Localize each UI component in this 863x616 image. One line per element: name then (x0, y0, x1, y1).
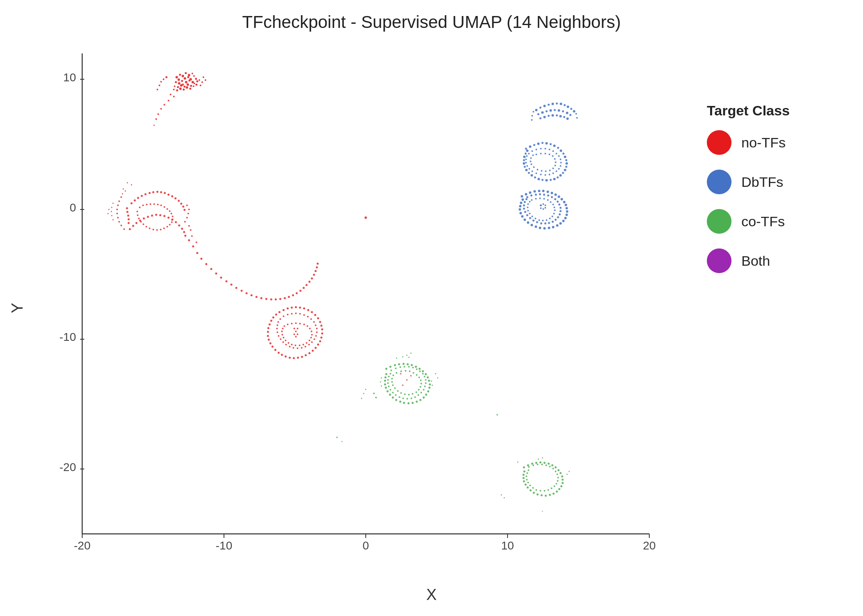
svg-point-167 (210, 268, 212, 270)
svg-point-408 (530, 161, 531, 162)
svg-point-402 (549, 170, 551, 171)
legend-label-both: Both (741, 253, 770, 269)
svg-point-238 (295, 313, 297, 314)
svg-point-270 (307, 325, 308, 327)
svg-point-655 (529, 485, 531, 486)
svg-point-215 (309, 352, 311, 354)
svg-point-519 (420, 399, 422, 401)
svg-point-657 (526, 479, 528, 480)
svg-point-664 (569, 471, 570, 472)
svg-point-209 (321, 333, 323, 335)
svg-point-542 (422, 373, 424, 375)
svg-point-286 (282, 328, 284, 329)
svg-point-143 (116, 213, 118, 214)
svg-point-105 (183, 231, 185, 233)
svg-point-211 (319, 340, 321, 342)
svg-point-377 (560, 162, 562, 163)
svg-point-482 (553, 213, 555, 214)
svg-point-278 (299, 345, 300, 346)
svg-point-80 (157, 191, 159, 193)
svg-point-587 (381, 386, 382, 387)
blue-upper-scatter (519, 103, 578, 230)
svg-point-369 (535, 149, 537, 150)
svg-point-47 (173, 89, 175, 90)
svg-point-235 (283, 315, 284, 317)
svg-point-272 (311, 331, 312, 332)
svg-point-316 (554, 109, 556, 111)
svg-point-389 (525, 162, 527, 163)
svg-point-289 (297, 328, 298, 329)
svg-point-363 (523, 162, 525, 165)
svg-point-559 (387, 382, 389, 384)
legend-circle-no-tfs (707, 130, 731, 155)
svg-point-595 (402, 384, 404, 386)
svg-point-652 (540, 490, 541, 492)
svg-point-129 (160, 229, 162, 230)
svg-point-195 (279, 311, 281, 313)
svg-point-213 (315, 347, 317, 349)
svg-point-198 (291, 307, 293, 309)
svg-point-536 (399, 366, 401, 368)
svg-point-144 (117, 217, 119, 218)
svg-point-200 (299, 307, 301, 309)
svg-point-77 (145, 193, 147, 195)
svg-text:-10: -10 (60, 331, 76, 343)
svg-point-570 (420, 379, 422, 381)
svg-point-396 (549, 154, 550, 155)
svg-point-485 (546, 219, 547, 221)
svg-point-239 (299, 313, 301, 315)
svg-point-346 (565, 159, 568, 161)
svg-point-303 (543, 105, 546, 107)
svg-point-247 (315, 335, 317, 337)
green-mid-cluster (361, 353, 438, 405)
svg-point-31 (193, 75, 195, 77)
svg-point-444 (521, 198, 524, 201)
svg-point-322 (543, 116, 546, 118)
svg-point-276 (306, 342, 307, 344)
svg-point-357 (538, 178, 540, 180)
svg-point-581 (392, 384, 394, 386)
svg-point-561 (388, 376, 390, 377)
svg-point-292 (297, 333, 298, 335)
svg-point-528 (387, 391, 389, 393)
svg-point-469 (523, 208, 525, 210)
svg-point-464 (536, 221, 538, 223)
svg-point-429 (559, 222, 562, 225)
svg-point-254 (293, 347, 294, 349)
svg-point-76 (141, 195, 143, 197)
svg-point-116 (153, 203, 155, 205)
svg-point-452 (554, 198, 556, 200)
svg-point-473 (531, 199, 533, 201)
svg-point-190 (311, 278, 313, 280)
green-isolated-1 (336, 437, 338, 438)
svg-point-368 (531, 150, 533, 152)
svg-point-181 (279, 298, 282, 300)
svg-point-605 (365, 389, 367, 390)
svg-point-182 (284, 297, 286, 299)
svg-point-629 (530, 490, 532, 492)
svg-point-354 (550, 179, 552, 181)
svg-point-319 (566, 112, 568, 114)
svg-point-337 (537, 143, 540, 145)
svg-point-472 (526, 198, 528, 200)
svg-point-339 (545, 142, 548, 145)
svg-point-149 (111, 207, 113, 208)
svg-point-639 (541, 464, 543, 465)
svg-point-451 (551, 196, 553, 198)
svg-point-441 (519, 208, 521, 211)
svg-point-68 (198, 79, 200, 81)
svg-point-433 (543, 227, 546, 230)
svg-point-625 (545, 495, 547, 497)
svg-point-281 (288, 342, 289, 344)
svg-point-580 (394, 387, 396, 389)
svg-point-92 (136, 222, 138, 224)
svg-point-599 (435, 373, 436, 375)
svg-point-56 (173, 96, 175, 97)
svg-point-216 (305, 354, 307, 356)
svg-point-612 (548, 463, 550, 465)
svg-point-310 (570, 108, 572, 110)
svg-point-199 (295, 306, 297, 308)
svg-point-107 (126, 207, 128, 209)
svg-point-409 (530, 157, 532, 159)
svg-point-251 (305, 346, 306, 347)
